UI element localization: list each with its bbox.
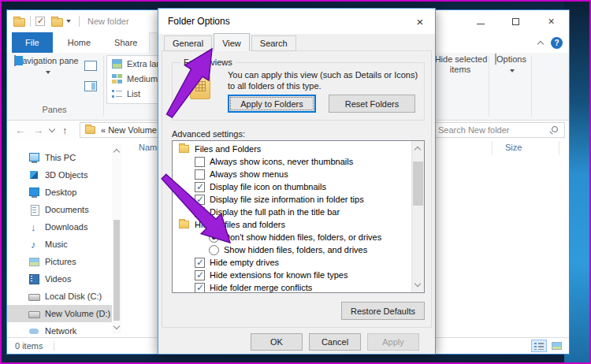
- forward-icon[interactable]: →: [33, 124, 43, 136]
- dialog-close-button[interactable]: ×: [411, 13, 429, 30]
- separator: [79, 16, 80, 27]
- item-count: 0 items: [15, 341, 43, 351]
- navigation-pane-button[interactable]: Navigation pane: [13, 56, 80, 103]
- setting-hide-empty-drives[interactable]: Hide empty drives: [173, 256, 411, 269]
- sidebar-item-this-pc[interactable]: This PC: [7, 149, 112, 166]
- help-icon[interactable]: [551, 37, 563, 49]
- scroll-down-icon[interactable]: [113, 323, 120, 329]
- reset-folders-button[interactable]: Reset Folders: [329, 95, 415, 113]
- preview-pane-icon[interactable]: [84, 61, 97, 71]
- separator: [54, 341, 54, 351]
- scrollbar-thumb[interactable]: [113, 220, 120, 321]
- group-separator: [531, 56, 532, 117]
- checkbox[interactable]: [195, 283, 205, 293]
- group-separator: [103, 56, 104, 117]
- checkbox[interactable]: [195, 182, 205, 192]
- window-controls: ×: [463, 10, 569, 32]
- sidebar-item-desktop[interactable]: Desktop: [7, 184, 112, 201]
- sidebar-item-3d-objects[interactable]: 3D Objects: [7, 166, 112, 184]
- setting-hide-extensions-for-known-file-types[interactable]: Hide extensions for known file types: [173, 269, 411, 281]
- setting-don-t-show-hidden-files-folders-or-drives[interactable]: Don't show hidden files, folders, or dri…: [173, 231, 411, 243]
- radio-button[interactable]: [209, 245, 219, 255]
- sidebar-item-documents[interactable]: Documents: [7, 201, 112, 218]
- thumbnails-view-button[interactable]: [548, 340, 564, 352]
- setting-always-show-menus[interactable]: Always show menus: [173, 168, 411, 180]
- checkbox[interactable]: [195, 195, 205, 205]
- sidebar-item-label: Documents: [45, 205, 89, 214]
- window-title: New folder: [87, 17, 129, 26]
- setting-label: Display file size information in folder …: [210, 195, 364, 204]
- separator: [30, 16, 31, 27]
- setting-label: Hide empty drives: [210, 258, 279, 267]
- list-scrollbar[interactable]: [411, 141, 424, 292]
- sidebar-item-pictures[interactable]: Pictures: [7, 253, 112, 270]
- tab-general[interactable]: General: [164, 35, 212, 51]
- scroll-down-icon[interactable]: [414, 280, 421, 287]
- setting-label: Show hidden files, folders, and drives: [224, 245, 367, 254]
- sidebar-item-music[interactable]: Music: [7, 236, 112, 253]
- folder-icon: [179, 221, 189, 228]
- setting-hide-folder-merge-conflicts[interactable]: Hide folder merge conflicts: [173, 281, 411, 292]
- dialog-buttons: OK Cancel Apply: [158, 333, 435, 352]
- scroll-up-icon[interactable]: [113, 149, 120, 155]
- checkbox[interactable]: [195, 207, 205, 217]
- close-icon: ×: [548, 16, 554, 27]
- details-view-button[interactable]: [531, 340, 547, 352]
- quick-access-dropdown-icon[interactable]: [66, 20, 71, 23]
- ok-button[interactable]: OK: [251, 333, 303, 351]
- tab-view-settings[interactable]: View: [214, 33, 250, 51]
- monitor-icon: [28, 153, 40, 163]
- setting-show-hidden-files-folders-and-drives[interactable]: Show hidden files, folders, and drives: [173, 243, 411, 256]
- minimize-button[interactable]: [463, 10, 498, 32]
- scroll-up-icon[interactable]: [414, 147, 421, 153]
- setting-display-file-size-information-in-folder-tips[interactable]: Display file size information in folder …: [173, 193, 411, 206]
- apply-to-folders-button[interactable]: Apply to Folders: [228, 95, 316, 113]
- tab-file[interactable]: File: [12, 32, 53, 53]
- maximize-button[interactable]: [498, 10, 533, 32]
- checkbox[interactable]: [195, 258, 205, 268]
- tab-search[interactable]: Search: [251, 35, 296, 51]
- sidebar-item-local-disk-c[interactable]: Local Disk (C:): [7, 288, 112, 305]
- details-pane-icon[interactable]: [84, 81, 97, 91]
- setting-always-show-icons-never-thumbnails[interactable]: Always show icons, never thumbnails: [173, 155, 411, 168]
- options-button[interactable]: Options: [490, 54, 531, 117]
- back-icon[interactable]: ←: [15, 124, 25, 136]
- quick-access-properties-icon[interactable]: [35, 17, 45, 26]
- collapse-ribbon-icon[interactable]: [537, 40, 544, 46]
- app-folder-icon: [13, 18, 25, 27]
- tab-share[interactable]: Share: [102, 32, 149, 53]
- cancel-button[interactable]: Cancel: [309, 333, 361, 351]
- scrollbar-thumb[interactable]: [413, 162, 423, 206]
- advanced-settings-list: Files and FoldersAlways show icons, neve…: [172, 140, 425, 293]
- sidebar-item-videos[interactable]: Videos: [7, 270, 112, 288]
- setting-label: Always show icons, never thumbnails: [210, 157, 353, 166]
- download-icon: [28, 222, 40, 232]
- quick-access-new-folder-icon[interactable]: [51, 18, 63, 27]
- panes-group-label: Panes: [7, 105, 102, 114]
- checkbox[interactable]: [195, 169, 205, 180]
- hide-selected-items-button[interactable]: Hide selected items: [432, 54, 489, 117]
- radio-button[interactable]: [209, 232, 219, 243]
- setting-display-file-icon-on-thumbnails[interactable]: Display file icon on thumbnails: [173, 180, 411, 193]
- checkbox[interactable]: [195, 157, 205, 167]
- tab-home[interactable]: Home: [56, 32, 102, 53]
- folder-views-icon: [190, 76, 210, 99]
- medium-icons-icon: [112, 74, 122, 84]
- setting-display-the-full-path-in-the-title-bar[interactable]: Display the full path in the title bar: [173, 206, 411, 218]
- column-header-size[interactable]: Size: [505, 143, 522, 152]
- apply-button[interactable]: Apply: [367, 333, 419, 351]
- advanced-settings-list-rows: Files and FoldersAlways show icons, neve…: [173, 141, 411, 292]
- up-icon[interactable]: ↑: [62, 124, 68, 136]
- sidebar-item-downloads[interactable]: Downloads: [7, 218, 112, 236]
- sidebar-item-network[interactable]: Network: [7, 322, 112, 337]
- close-button[interactable]: ×: [533, 10, 569, 32]
- recent-locations-icon[interactable]: [49, 125, 55, 132]
- sidebar-scrollbar[interactable]: [112, 144, 121, 334]
- restore-defaults-button[interactable]: Restore Defaults: [341, 302, 425, 320]
- search-input[interactable]: Search New folder: [433, 122, 565, 138]
- sidebar-item-label: Videos: [45, 274, 71, 284]
- advanced-settings-label: Advanced settings:: [172, 129, 245, 139]
- checkbox[interactable]: [195, 270, 205, 280]
- sidebar-item-label: This PC: [45, 153, 76, 162]
- sidebar-item-new-volume-d[interactable]: New Volume (D:): [7, 305, 112, 322]
